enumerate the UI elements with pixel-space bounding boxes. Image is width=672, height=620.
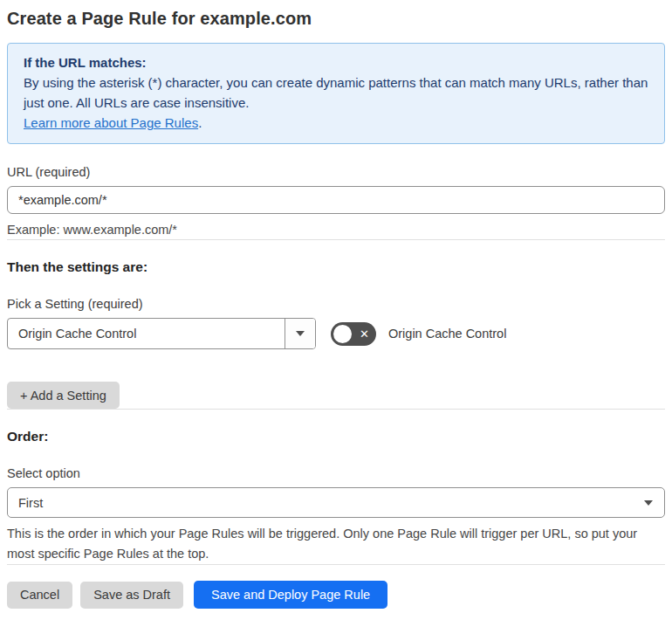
order-select[interactable]: First bbox=[7, 487, 665, 518]
cancel-button[interactable]: Cancel bbox=[7, 582, 72, 609]
url-input[interactable] bbox=[7, 186, 665, 214]
url-match-info-box: If the URL matches: By using the asteris… bbox=[7, 43, 665, 144]
origin-cache-control-toggle-wrap: ✕ Origin Cache Control bbox=[331, 322, 506, 346]
origin-cache-control-toggle[interactable]: ✕ bbox=[331, 322, 376, 346]
save-and-deploy-button[interactable]: Save and Deploy Page Rule bbox=[194, 581, 387, 609]
divider bbox=[7, 239, 665, 240]
footer-actions: Cancel Save as Draft Save and Deploy Pag… bbox=[7, 581, 665, 609]
info-box-body: By using the asterisk (*) character, you… bbox=[24, 72, 648, 113]
url-field-label: URL (required) bbox=[7, 165, 665, 179]
info-box-link-line: Learn more about Page Rules. bbox=[24, 113, 648, 133]
toggle-off-x-icon: ✕ bbox=[353, 322, 376, 346]
order-select-label: Select option bbox=[7, 466, 665, 480]
settings-section-heading: Then the settings are: bbox=[7, 259, 665, 275]
setting-row: Origin Cache Control ✕ Origin Cache Cont… bbox=[7, 318, 665, 349]
setting-picker-label: Pick a Setting (required) bbox=[7, 297, 665, 311]
order-helper-text: This is the order in which your Page Rul… bbox=[7, 524, 665, 564]
link-suffix: . bbox=[198, 115, 202, 130]
divider bbox=[7, 409, 665, 410]
divider bbox=[7, 564, 665, 565]
learn-more-link[interactable]: Learn more about Page Rules bbox=[24, 115, 198, 130]
url-example-helper: Example: www.example.com/* bbox=[7, 220, 665, 239]
info-box-heading: If the URL matches: bbox=[24, 52, 648, 72]
save-as-draft-button[interactable]: Save as Draft bbox=[80, 582, 183, 609]
setting-select-caret-button[interactable] bbox=[285, 319, 315, 348]
toggle-knob bbox=[333, 325, 352, 343]
page-title: Create a Page Rule for example.com bbox=[7, 9, 665, 29]
chevron-down-icon bbox=[644, 500, 653, 506]
page-rule-form: Create a Page Rule for example.com If th… bbox=[0, 0, 672, 616]
toggle-label: Origin Cache Control bbox=[388, 327, 506, 341]
chevron-down-icon bbox=[296, 331, 305, 336]
add-setting-button[interactable]: + Add a Setting bbox=[7, 382, 120, 409]
setting-select-value: Origin Cache Control bbox=[8, 319, 285, 348]
order-select-value: First bbox=[18, 496, 43, 510]
order-section-heading: Order: bbox=[7, 429, 665, 444]
setting-select[interactable]: Origin Cache Control bbox=[7, 318, 316, 349]
